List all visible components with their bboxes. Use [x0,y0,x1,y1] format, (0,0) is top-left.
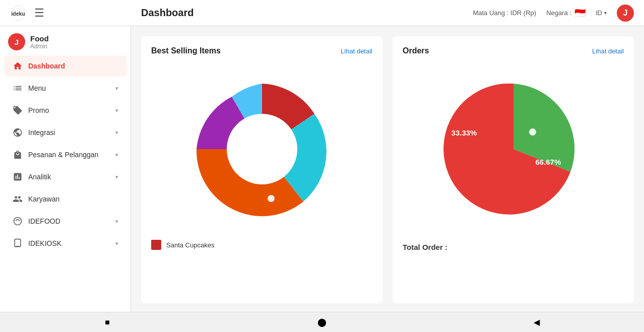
orders-pie-svg [438,74,589,225]
kiosk-icon [12,238,23,249]
orders-title: Orders [403,46,429,55]
sidebar-item-pesanan[interactable]: Pesanan & Pelanggan ▾ [4,144,126,165]
best-selling-header: Best Selling Items Lihat detail [151,46,372,55]
country-label-text: Negara : [546,9,571,17]
sidebar-item-menu[interactable]: Menu ▾ [4,78,126,99]
sidebar-label-pesanan: Pesanan & Pelanggan [28,151,110,159]
home-icon [12,60,23,72]
chevron-promo-icon: ▾ [115,107,118,114]
sidebar-label-idekiosk: IDEKIOSK [28,239,110,247]
bag-icon [12,149,23,160]
sidebar-item-karyawan[interactable]: Karyawan [4,188,126,210]
sidebar-label-idefood: IDEFOOD [28,217,110,225]
best-selling-detail-link[interactable]: Lihat detail [341,47,372,55]
sidebar-label-analitik: Analitik [28,173,110,181]
android-home-button[interactable]: ⬤ [316,316,328,328]
sidebar-label-promo: Promo [28,106,110,114]
chevron-down-icon: ▾ [604,10,607,16]
svg-point-2 [14,218,22,225]
cards-row: Best Selling Items Lihat detail [141,36,634,303]
sidebar-user: J Food Admin [0,26,131,54]
page-title: Dashboard [141,7,473,19]
sidebar-item-integrasi[interactable]: Integrasi ▾ [4,122,126,143]
best-selling-chart [151,63,372,235]
best-selling-title: Best Selling Items [151,46,221,55]
android-bottom-bar: ■ ⬤ ◀ [0,312,644,332]
svg-rect-3 [15,239,21,247]
legend-label-cupcakes: Santa Cupcakes [166,241,214,249]
users-icon [12,193,23,205]
orders-chart: 33.33% 66.67% [403,63,624,235]
layout: J Food Admin Dashboard Menu ▾ [0,26,644,312]
svg-point-5 [227,114,297,184]
sidebar-section-food: Food [30,34,49,43]
svg-point-7 [529,128,536,136]
android-back-button[interactable]: ◀ [531,316,543,328]
total-order-label: Total Order : [403,243,624,251]
avatar[interactable]: J [617,5,634,22]
sidebar-item-promo[interactable]: Promo ▾ [4,100,126,121]
sidebar-label-menu: Menu [28,84,110,92]
orders-card: Orders Lihat detail 33.33% 6 [393,36,634,303]
best-selling-card: Best Selling Items Lihat detail [141,36,382,303]
sidebar-label-karyawan: Karyawan [28,195,118,203]
country-selector[interactable]: Negara : 🇮🇩 [546,8,586,19]
food-icon [12,216,23,227]
grid-icon [12,83,23,94]
chevron-idekiosk-icon: ▾ [115,240,118,247]
chevron-idefood-icon: ▾ [115,218,118,225]
main-content: Best Selling Items Lihat detail [131,26,644,312]
chevron-menu-icon: ▾ [115,85,118,92]
chevron-integrasi-icon: ▾ [115,129,118,136]
tag-icon [12,105,23,116]
green-percent-label: 33.33% [452,128,477,137]
country-code-text: ID [596,9,602,17]
user-info: Food Admin [30,34,49,50]
chevron-analitik-icon: ▾ [115,174,118,180]
orders-header: Orders Lihat detail [403,46,624,55]
sidebar-item-analitik[interactable]: Analitik ▾ [4,166,126,187]
chart-icon [12,171,23,182]
sidebar-item-idekiosk[interactable]: IDEKIOSK ▾ [4,233,126,254]
svg-point-6 [268,195,275,202]
best-selling-legend: Santa Cupcakes [151,240,372,250]
orders-detail-link[interactable]: Lihat detail [592,47,624,55]
legend-color-cupcakes [151,240,161,250]
sidebar: J Food Admin Dashboard Menu ▾ [0,26,131,312]
currency-label: Mata Uang : IDR (Rp) [473,9,536,17]
sidebar-avatar: J [8,33,25,50]
country-code-selector[interactable]: ID ▾ [596,9,607,17]
header-logo: ideku ☰ [10,5,141,21]
sidebar-label-integrasi: Integrasi [28,128,110,137]
sidebar-item-dashboard[interactable]: Dashboard [4,55,126,77]
donut-chart-svg [186,74,338,225]
hamburger-button[interactable]: ☰ [34,7,44,20]
sidebar-user-role: Admin [30,43,49,50]
red-percent-label: 66.67% [535,158,561,166]
svg-rect-4 [16,246,20,247]
header-right: Mata Uang : IDR (Rp) Negara : 🇮🇩 ID ▾ J [473,5,634,22]
sidebar-label-dashboard: Dashboard [28,62,118,70]
flag-icon: 🇮🇩 [574,8,586,19]
chevron-pesanan-icon: ▾ [115,152,118,158]
ideku-logo: ideku [10,5,26,21]
header: ideku ☰ Dashboard Mata Uang : IDR (Rp) N… [0,0,644,26]
sidebar-item-idefood[interactable]: IDEFOOD ▾ [4,211,126,232]
globe-icon [12,127,23,138]
android-stop-button[interactable]: ■ [101,316,113,328]
svg-text:ideku: ideku [11,11,25,16]
